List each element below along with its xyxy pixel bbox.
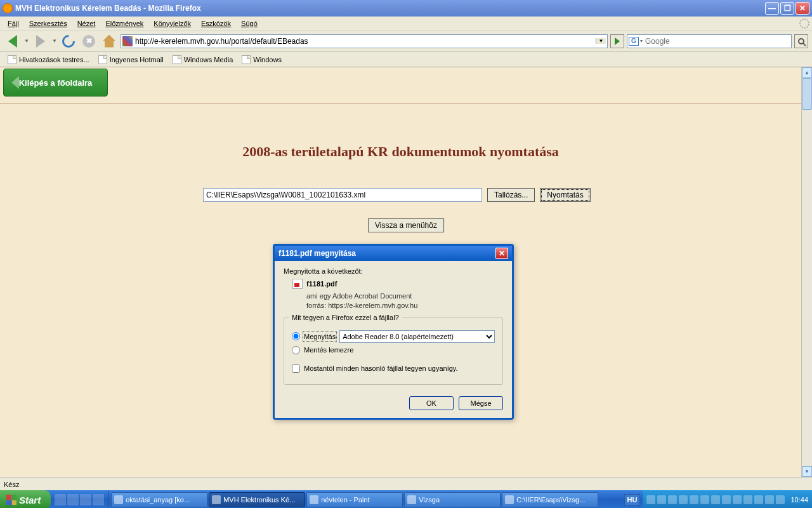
- tray-icon[interactable]: [668, 495, 677, 504]
- tray-icon[interactable]: [722, 495, 731, 504]
- dialog-filename-row: f1181.pdf: [292, 279, 503, 289]
- url-input[interactable]: [135, 37, 596, 46]
- back-to-menu-button[interactable]: Vissza a menühöz: [368, 218, 444, 232]
- menu-edit[interactable]: Szerkesztés: [24, 18, 72, 29]
- search-bar[interactable]: G▾: [627, 34, 792, 48]
- bookmark-item[interactable]: Ingyenes Hotmail: [95, 54, 167, 65]
- open-with-select[interactable]: Adobe Reader 8.0 (alapértelmezett): [339, 330, 495, 343]
- option-open-label[interactable]: Megnyitás: [304, 333, 336, 340]
- menu-tools[interactable]: Eszközök: [196, 18, 236, 29]
- back-button[interactable]: [4, 32, 22, 50]
- tray-icon[interactable]: [646, 495, 655, 504]
- task-button[interactable]: Vizsga: [404, 492, 501, 507]
- tray-icon[interactable]: [711, 495, 720, 504]
- arrow-left-icon: [11, 76, 19, 89]
- start-button[interactable]: Start: [0, 490, 51, 508]
- option-open-radio[interactable]: [292, 332, 300, 340]
- firefox-icon: [3, 3, 13, 13]
- window-title: MVH Elektronikus Kérelem Beadás - Mozill…: [15, 4, 201, 13]
- ql-icon[interactable]: [55, 494, 66, 505]
- reload-button[interactable]: [60, 32, 77, 50]
- page-icon: [98, 55, 107, 64]
- bookmarks-toolbar: Hivatkozások testres... Ingyenes Hotmail…: [0, 52, 812, 67]
- forward-dropdown[interactable]: ▼: [52, 38, 57, 44]
- forward-button[interactable]: [32, 32, 49, 50]
- menu-bookmarks[interactable]: Könyvjelzők: [148, 18, 196, 29]
- tray-icon[interactable]: [733, 495, 742, 504]
- search-button[interactable]: [794, 34, 808, 48]
- scroll-up-button[interactable]: ▲: [802, 67, 812, 78]
- remember-label[interactable]: Mostantól minden hasonló fájllal tegyen …: [304, 364, 458, 372]
- url-bar[interactable]: ▼: [121, 34, 608, 48]
- close-button[interactable]: ✕: [796, 2, 809, 15]
- dialog-opened-text: Megnyitotta a következőt:: [284, 267, 503, 275]
- download-dialog: f1181.pdf megnyitása ✕ Megnyitotta a köv…: [273, 244, 514, 420]
- task-button[interactable]: oktatási_anyag [ko...: [111, 492, 207, 507]
- home-button[interactable]: [100, 32, 118, 50]
- file-row: Tallózás... Nyomtatás: [203, 188, 591, 202]
- dialog-action-fieldset: Mit tegyen a Firefox ezzel a fájllal? Me…: [284, 318, 503, 385]
- option-save-label[interactable]: Mentés lemezre: [304, 346, 353, 354]
- tray-icon[interactable]: [690, 495, 698, 504]
- remember-checkbox[interactable]: [292, 364, 300, 373]
- dialog-ok-button[interactable]: OK: [409, 396, 454, 410]
- taskbar: Start oktatási_anyag [ko... MVH Elektron…: [0, 490, 812, 508]
- windows-logo-icon: [6, 495, 16, 505]
- search-input[interactable]: [645, 37, 790, 46]
- menu-view[interactable]: Nézet: [72, 18, 101, 29]
- language-indicator[interactable]: HU: [624, 494, 641, 505]
- ql-icon[interactable]: [67, 494, 79, 505]
- bookmark-item[interactable]: Windows: [238, 54, 285, 65]
- menu-file[interactable]: Fájl: [3, 18, 24, 29]
- app-icon: [212, 495, 221, 504]
- option-save-row: Mentés lemezre: [292, 346, 495, 354]
- page-icon: [8, 55, 16, 64]
- dialog-title: f1181.pdf megnyitása: [278, 249, 356, 258]
- app-icon: [310, 495, 318, 504]
- google-icon[interactable]: G: [629, 37, 639, 46]
- page-content: ▲ ▼ Kilépés a főoldalra 2008-as területa…: [0, 67, 812, 478]
- menu-help[interactable]: Súgó: [236, 18, 263, 29]
- remember-row: Mostantól minden hasonló fájllal tegyen …: [292, 364, 495, 373]
- tray-icon[interactable]: [754, 495, 763, 504]
- app-icon: [407, 495, 416, 504]
- system-tray: 10:44: [643, 490, 812, 508]
- tray-icon[interactable]: [657, 495, 666, 504]
- bookmark-item[interactable]: Hivatkozások testres...: [4, 54, 93, 65]
- exit-main-button[interactable]: Kilépés a főoldalra: [3, 69, 108, 97]
- url-dropdown[interactable]: ▼: [596, 38, 606, 44]
- tray-icon[interactable]: [679, 495, 688, 504]
- tray-icon[interactable]: [743, 495, 752, 504]
- task-button[interactable]: névtelen - Paint: [306, 492, 403, 507]
- clock[interactable]: 10:44: [790, 496, 808, 504]
- stop-button[interactable]: ✖: [80, 32, 98, 50]
- ql-icon[interactable]: [93, 494, 104, 505]
- dialog-question: Mit tegyen a Firefox ezzel a fájllal?: [289, 314, 402, 321]
- dialog-cancel-button[interactable]: Mégse: [459, 396, 503, 410]
- window-titlebar: MVH Elektronikus Kérelem Beadás - Mozill…: [0, 0, 812, 17]
- ql-icon[interactable]: [80, 494, 91, 505]
- menu-history[interactable]: Előzmények: [100, 18, 148, 29]
- tray-icon[interactable]: [776, 495, 785, 504]
- bookmark-item[interactable]: Windows Media: [169, 54, 237, 65]
- minimize-button[interactable]: —: [765, 2, 779, 15]
- dialog-titlebar[interactable]: f1181.pdf megnyitása ✕: [275, 246, 512, 261]
- divider: [0, 103, 801, 104]
- go-button[interactable]: [610, 34, 624, 48]
- scroll-down-button[interactable]: ▼: [802, 466, 812, 477]
- scroll-thumb[interactable]: [802, 78, 812, 110]
- back-dropdown[interactable]: ▼: [24, 38, 29, 44]
- task-button[interactable]: C:\IIER\Esaps\Vizsg...: [502, 492, 598, 507]
- tray-icon[interactable]: [765, 495, 774, 504]
- dialog-close-button[interactable]: ✕: [495, 248, 508, 259]
- page-icon: [242, 55, 251, 64]
- print-button[interactable]: Nyomtatás: [540, 188, 590, 202]
- maximize-button[interactable]: ❐: [780, 2, 794, 15]
- option-save-radio[interactable]: [292, 346, 300, 354]
- file-path-input[interactable]: [203, 188, 482, 202]
- task-button[interactable]: MVH Elektronikus Ké...: [209, 492, 305, 507]
- site-favicon: [122, 36, 133, 46]
- browse-button[interactable]: Tallózás...: [487, 188, 535, 202]
- scrollbar[interactable]: ▲ ▼: [801, 67, 812, 477]
- tray-icon[interactable]: [700, 495, 709, 504]
